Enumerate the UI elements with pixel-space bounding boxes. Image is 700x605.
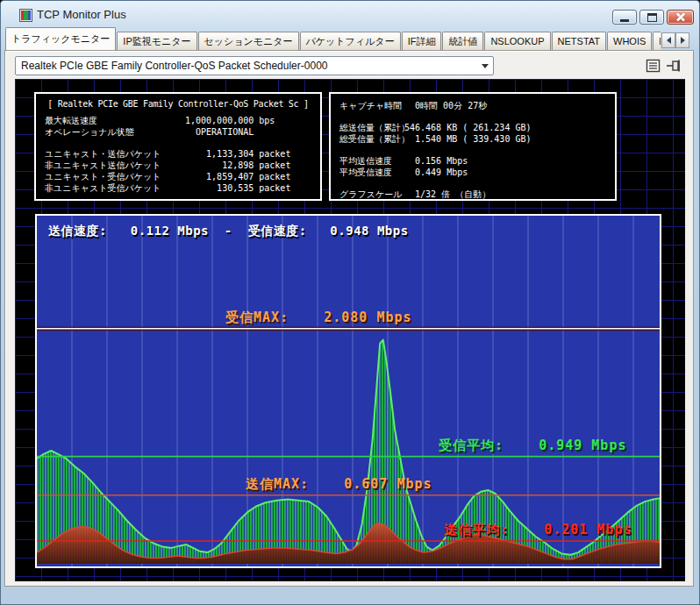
traffic-graph bbox=[37, 216, 660, 566]
tab-label: パケットフィルター bbox=[306, 36, 395, 46]
tab-label: IP監視モニター bbox=[123, 36, 190, 46]
tab-packet-filter[interactable]: パケットフィルター bbox=[300, 32, 401, 50]
tab-label: NETSTAT bbox=[558, 36, 600, 46]
panel-row-label: 総送信量（累計） bbox=[339, 123, 410, 132]
minimize-icon bbox=[620, 19, 629, 22]
panel-row: 平均送信速度 0.156 Mbps bbox=[331, 155, 615, 167]
log-list-button[interactable] bbox=[645, 58, 662, 74]
panel-row: オペレーショナル状態 OPERATIONAL bbox=[36, 126, 320, 138]
title-bar[interactable]: TCP Monitor Plus bbox=[1, 1, 699, 28]
panel-row-label: ユニキャスト・送信パケット bbox=[45, 149, 161, 159]
combo-dropdown-button[interactable] bbox=[477, 57, 493, 75]
panel-row-value: 1,000,000,000 bps bbox=[185, 115, 275, 126]
adapter-select-value: Realtek PCIe GBE Family Controller-QoS P… bbox=[21, 57, 327, 75]
log-list-icon bbox=[646, 59, 661, 73]
tab-label: NSLOOKUP bbox=[490, 36, 544, 46]
panel-row-blank bbox=[331, 178, 615, 189]
panel-row: キャプチャ時間 0時間 00分 27秒 bbox=[331, 100, 615, 111]
tab-netstat[interactable]: NETSTAT bbox=[552, 32, 606, 50]
right-arrow-icon bbox=[681, 37, 689, 44]
panel-row-label: ユニキャスト・受信パケット bbox=[45, 172, 161, 182]
left-arrow-icon bbox=[663, 37, 671, 44]
adapter-panel-title: [ Realtek PCIe GBE Family Controller-QoS… bbox=[38, 99, 318, 109]
panel-row-blank bbox=[331, 111, 615, 122]
panel-row: 非ユニキャスト送信パケット 12,898 packet bbox=[36, 160, 320, 171]
rx-avg-label: 受信平均: 0.949 Mbps bbox=[439, 438, 626, 454]
monitor-content: [ Realtek PCIe GBE Family Controller-QoS… bbox=[15, 79, 685, 581]
tx-max-label: 送信MAX: 0.607 Mbps bbox=[246, 476, 432, 493]
tab-label: 統計値 bbox=[448, 36, 477, 46]
app-window: TCP Monitor Plus トラフィックモニターIP監視モニターセッション… bbox=[0, 0, 700, 605]
tab-label: IF詳細 bbox=[408, 36, 436, 46]
adapter-info-panel: [ Realtek PCIe GBE Family Controller-QoS… bbox=[34, 92, 322, 201]
tab-strip: トラフィックモニターIP監視モニターセッションモニターパケットフィルターIF詳細… bbox=[5, 27, 661, 50]
adapter-panel-rows: 最大転送速度1,000,000,000 bpsオペレーショナル状態 OPERAT… bbox=[36, 115, 320, 194]
panel-row-label: 総受信量（累計） bbox=[339, 134, 410, 144]
panel-row-label: オペレーショナル状態 bbox=[45, 127, 134, 137]
panel-row-value: 1,859,407 packet bbox=[185, 171, 290, 182]
tab-scroll-left-button[interactable] bbox=[661, 32, 675, 48]
panel-row-label: グラフスケール bbox=[339, 189, 402, 199]
tab-ping[interactable]: PING bbox=[653, 32, 661, 50]
panel-row: グラフスケール 1/32 倍 （自動） bbox=[331, 189, 615, 200]
tab-label: トラフィックモニター bbox=[11, 33, 110, 44]
panel-row-blank bbox=[36, 138, 320, 148]
panel-row-label: 平均送信速度 bbox=[339, 156, 392, 166]
tab-ip-watch-monitor[interactable]: IP監視モニター bbox=[117, 32, 196, 50]
traffic-graph-panel: 送信速度: 0.112 Mbps - 受信速度: 0.948 Mbps 受信MA… bbox=[35, 214, 661, 568]
tab-label: WHOIS bbox=[613, 36, 646, 46]
tab-traffic-monitor[interactable]: トラフィックモニター bbox=[5, 27, 116, 50]
toolbar: Realtek PCIe GBE Family Controller-QoS P… bbox=[6, 52, 692, 80]
panel-row: 平均受信速度 0.449 Mbps bbox=[331, 167, 615, 178]
close-button[interactable] bbox=[667, 10, 694, 25]
restore-icon bbox=[647, 13, 657, 22]
panel-row-value: 130,535 packet bbox=[185, 182, 290, 194]
tab-statistics[interactable]: 統計値 bbox=[442, 32, 483, 50]
panel-row-label: 平均受信速度 bbox=[339, 167, 392, 177]
minimize-button[interactable] bbox=[612, 10, 637, 25]
panel-row-value: 1.540 MB ( 339.430 GB) bbox=[404, 133, 532, 145]
tab-label: セッションモニター bbox=[204, 36, 293, 46]
panel-row-value: 1,133,304 packet bbox=[185, 148, 290, 160]
tab-nslookup[interactable]: NSLOOKUP bbox=[484, 32, 550, 50]
restore-button[interactable] bbox=[639, 10, 664, 25]
panel-row-value: 0時間 00分 27秒 bbox=[404, 100, 487, 111]
tab-scroller bbox=[661, 32, 689, 48]
chevron-down-icon bbox=[482, 64, 489, 72]
panel-row-blank bbox=[331, 145, 615, 155]
panel-row-label: 非ユニキャスト受信パケット bbox=[45, 183, 161, 193]
panel-row: ユニキャスト・送信パケット 1,133,304 packet bbox=[36, 148, 320, 160]
tab-scroll-right-button[interactable] bbox=[675, 32, 689, 48]
panel-row-value: 12,898 packet bbox=[185, 160, 290, 171]
panel-row: ユニキャスト・受信パケット 1,859,407 packet bbox=[36, 171, 320, 182]
panel-row: 最大転送速度1,000,000,000 bps bbox=[36, 115, 320, 126]
capture-stats-panel: キャプチャ時間 0時間 00分 27秒総送信量（累計）546.468 KB ( … bbox=[329, 92, 617, 201]
always-on-top-pin-button[interactable] bbox=[666, 58, 683, 74]
panel-row-label: 最大転送速度 bbox=[45, 116, 97, 125]
push-pin-icon bbox=[666, 59, 683, 73]
rx-max-label: 受信MAX: 2.080 Mbps bbox=[225, 310, 412, 326]
panel-row-label: キャプチャ時間 bbox=[339, 101, 402, 110]
tx-avg-label: 送信平均: 0.201 Mbps bbox=[444, 522, 632, 538]
panel-row: 総受信量（累計） 1.540 MB ( 339.430 GB) bbox=[331, 133, 615, 145]
tab-label: PING bbox=[659, 36, 661, 46]
panel-row-value: 546.468 KB ( 261.234 GB) bbox=[404, 122, 532, 133]
app-icon bbox=[19, 9, 32, 22]
tab-if-detail[interactable]: IF詳細 bbox=[402, 32, 442, 50]
panel-row-value: OPERATIONAL bbox=[185, 126, 254, 138]
tab-bar: トラフィックモニターIP監視モニターセッションモニターパケットフィルターIF詳細… bbox=[5, 28, 695, 50]
tab-page: Realtek PCIe GBE Family Controller-QoS P… bbox=[4, 50, 694, 587]
panel-row-label: 非ユニキャスト送信パケット bbox=[45, 160, 161, 170]
panel-row: 総送信量（累計）546.468 KB ( 261.234 GB) bbox=[331, 122, 615, 133]
panel-row-value: 1/32 倍 （自動） bbox=[404, 189, 490, 200]
window-title: TCP Monitor Plus bbox=[37, 8, 126, 21]
panel-row-value: 0.449 Mbps bbox=[404, 167, 468, 178]
tab-session-monitor[interactable]: セッションモニター bbox=[198, 32, 299, 50]
stats-panel-rows: キャプチャ時間 0時間 00分 27秒総送信量（累計）546.468 KB ( … bbox=[331, 100, 615, 200]
tab-whois[interactable]: WHOIS bbox=[607, 32, 652, 50]
current-speed-readout: 送信速度: 0.112 Mbps - 受信速度: 0.948 Mbps bbox=[48, 224, 409, 239]
panel-row-value: 0.156 Mbps bbox=[404, 155, 468, 167]
adapter-select[interactable]: Realtek PCIe GBE Family Controller-QoS P… bbox=[15, 56, 494, 75]
panel-row: 非ユニキャスト受信パケット 130,535 packet bbox=[36, 182, 320, 194]
